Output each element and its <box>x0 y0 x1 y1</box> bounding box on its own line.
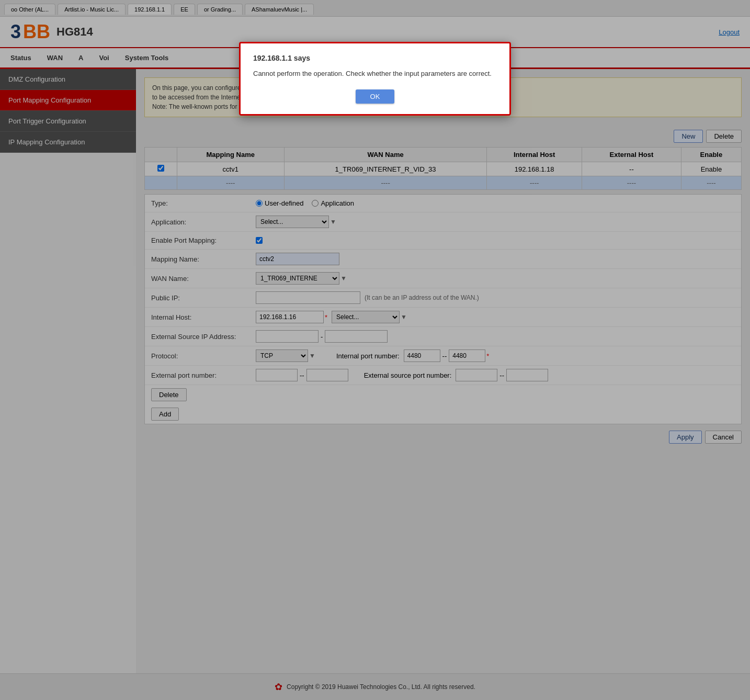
dialog-box: 192.168.1.1 says Cannot perform the oper… <box>239 42 511 116</box>
dialog-title: 192.168.1.1 says <box>253 54 497 62</box>
dialog-ok-button[interactable]: OK <box>356 89 395 104</box>
dialog-button-row: OK <box>253 89 497 104</box>
dialog-overlay: 192.168.1.1 says Cannot perform the oper… <box>0 0 750 700</box>
dialog-message: Cannot perform the operation. Check whet… <box>253 69 497 79</box>
